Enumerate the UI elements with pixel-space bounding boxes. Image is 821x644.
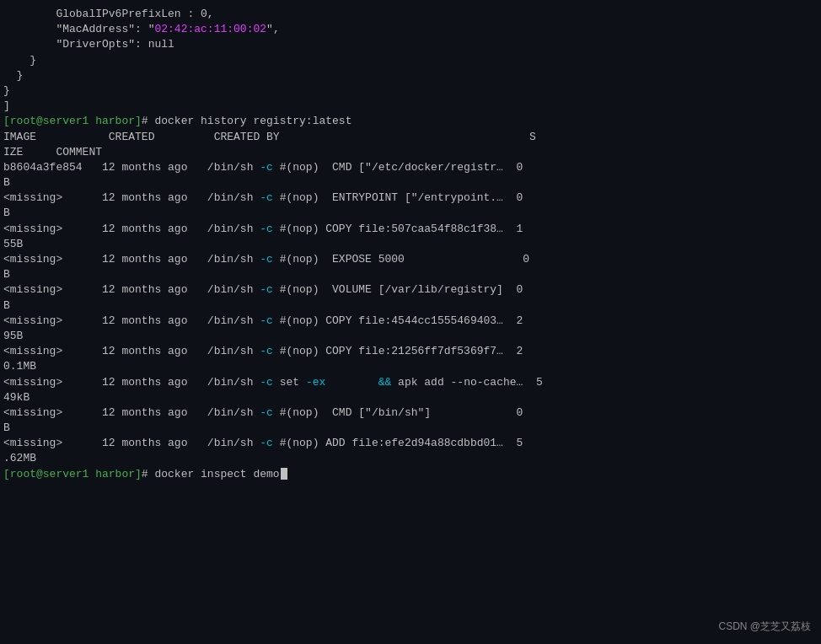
terminal: GlobalIPv6PrefixLen : 0, "MacAddress": "…: [0, 0, 821, 644]
cursor-block: [281, 468, 287, 480]
watermark: CSDN @芝芝又荔枝: [718, 620, 811, 634]
history-row-2-size: B: [3, 206, 818, 221]
history-row-8-size: 49kB: [3, 390, 818, 405]
history-row-9: <missing> 12 months ago /bin/sh -c #(nop…: [3, 405, 818, 421]
history-row-7: <missing> 12 months ago /bin/sh -c #(nop…: [3, 344, 818, 359]
line-close2: }: [3, 68, 818, 83]
history-row-5-size: B: [3, 298, 818, 314]
line-macaddress: "MacAddress": "02:42:ac:11:00:02",: [3, 22, 818, 37]
history-row-6: <missing> 12 months ago /bin/sh -c #(nop…: [3, 314, 818, 329]
history-row-1-size: B: [3, 175, 818, 191]
table-header-2: IZE COMMENT: [3, 145, 818, 160]
history-row-1: b8604a3fe854 12 months ago /bin/sh -c #(…: [3, 160, 818, 175]
line-close1: }: [3, 53, 818, 68]
line-docker-history-cmd: [root@server1 harbor]# docker history re…: [3, 114, 818, 129]
line-globalipv6: GlobalIPv6PrefixLen : 0,: [3, 7, 818, 22]
history-row-5: <missing> 12 months ago /bin/sh -c #(nop…: [3, 282, 818, 298]
history-row-3-size: 55B: [3, 237, 818, 252]
table-header-1: IMAGE CREATED CREATED BY S: [3, 130, 818, 145]
line-bracket: ]: [3, 99, 818, 114]
history-row-2: <missing> 12 months ago /bin/sh -c #(nop…: [3, 191, 818, 206]
history-row-6-size: 95B: [3, 329, 818, 344]
history-row-10: <missing> 12 months ago /bin/sh -c #(nop…: [3, 436, 818, 451]
history-row-8: <missing> 12 months ago /bin/sh -c set -…: [3, 375, 818, 390]
line-driveropts: "DriverOpts": null: [3, 37, 818, 52]
history-row-9-size: B: [3, 421, 818, 436]
line-close3: }: [3, 83, 818, 99]
history-row-4-size: B: [3, 267, 818, 282]
history-row-7-size: 0.1MB: [3, 359, 818, 374]
history-row-10-size: .62MB: [3, 451, 818, 466]
line-final-prompt[interactable]: [root@server1 harbor]# docker inspect de…: [3, 467, 818, 482]
history-row-4: <missing> 12 months ago /bin/sh -c #(nop…: [3, 252, 818, 267]
history-row-3: <missing> 12 months ago /bin/sh -c #(nop…: [3, 222, 818, 237]
